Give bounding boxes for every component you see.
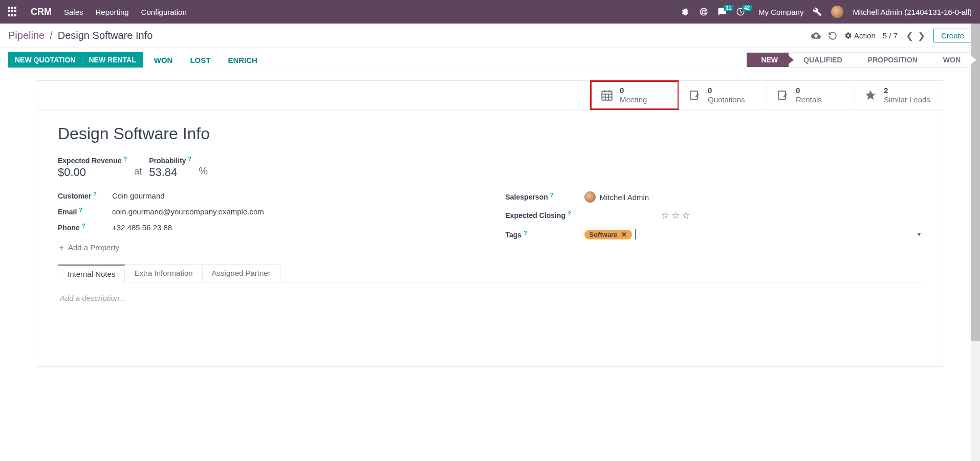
customer-value[interactable]: Coin gourmand [112,191,165,200]
percent-sign: % [199,165,208,177]
tab-pane-notes: Add a description... [58,282,922,314]
nav-reporting[interactable]: Reporting [96,8,129,16]
help-icon[interactable]: ? [524,230,527,238]
stat-quotations-label: Quotations [708,95,745,104]
tab-extra-info[interactable]: Extra Information [124,264,202,282]
priority-star-3[interactable]: ☆ [682,210,690,221]
tag-software: Software ✕ [584,230,633,239]
description-input[interactable]: Add a description... [60,294,125,302]
activities-badge: 42 [742,5,752,11]
priority-star-2[interactable]: ☆ [671,210,680,221]
right-col: Salesperson? Mitchell Admin Expected Clo… [506,191,923,252]
salesperson-avatar [584,191,596,203]
tools-icon[interactable] [813,7,822,16]
edit-note-icon [688,89,702,101]
scrollbar-thumb[interactable] [971,24,980,341]
tab-assigned-partner[interactable]: Assigned Partner [202,264,280,282]
pager-count[interactable]: 5 / 7 [883,31,898,40]
closing-label: Expected Closing [506,211,565,219]
probability-label: Probability [149,157,186,165]
probability-value[interactable]: 53.84 [149,166,191,179]
phone-value[interactable]: +32 485 56 23 88 [112,223,172,232]
help-icon[interactable]: ? [79,207,82,215]
expected-revenue-value[interactable]: $0.00 [58,166,127,179]
bug-icon[interactable] [681,7,690,16]
form-body: Design Software Info Expected Revenue ? … [37,110,943,328]
star-icon [864,89,878,101]
discard-icon[interactable] [828,31,837,40]
tag-remove-icon[interactable]: ✕ [621,231,627,238]
won-button[interactable]: WON [148,53,179,68]
stat-similar-value: 2 [884,86,930,95]
messages-icon[interactable]: 11 [717,7,727,16]
svg-rect-7 [602,91,612,100]
support-icon[interactable] [699,7,708,16]
user-menu[interactable]: Mitchell Admin (21404131-16-0-all) [853,8,972,16]
priority-star-1[interactable]: ☆ [661,210,669,221]
salesperson-value[interactable]: Mitchell Admin [600,193,649,202]
nav-right: 11 42 My Company Mitchell Admin (2140413… [681,6,972,18]
tab-internal-notes[interactable]: Internal Notes [58,265,125,282]
nav-sales[interactable]: Sales [64,8,83,16]
messages-badge: 11 [724,5,733,11]
stat-rentals-label: Rentals [796,95,822,104]
svg-line-5 [705,9,706,11]
status-bar: NEW QUOTATION NEW RENTAL WON LOST ENRICH… [0,48,980,72]
help-icon[interactable]: ? [568,210,571,218]
stat-similar[interactable]: 2 Similar Leads [855,81,943,109]
chevron-down-icon[interactable]: ▼ [916,231,922,238]
stat-quotations-value: 0 [708,86,745,95]
form-sheet: 0 Meeting 0 Quotations 0 Ren [37,80,943,367]
form-two-col: Customer? Coin gourmand Email? coin.gour… [58,191,922,252]
email-value[interactable]: coin.gourmand@yourcompany.example.com [112,207,264,216]
help-icon[interactable]: ? [188,156,192,162]
svg-rect-15 [778,91,786,99]
stat-quotations[interactable]: 0 Quotations [679,81,767,109]
customer-label: Customer [58,192,91,200]
stat-meeting-value: 0 [620,86,647,95]
action-dropdown[interactable]: Action [844,31,876,40]
new-rental-button[interactable]: NEW RENTAL [82,52,142,68]
apps-menu-icon[interactable] [8,7,18,17]
stage-won[interactable]: WON [929,52,972,68]
app-brand[interactable]: CRM [31,7,52,17]
help-icon[interactable]: ? [93,191,97,199]
stat-row: 0 Meeting 0 Quotations 0 Ren [37,81,943,110]
tags-input[interactable]: Software ✕ ▼ [584,228,923,241]
breadcrumb-parent[interactable]: Pipeline [8,30,45,41]
company-switcher[interactable]: My Company [758,8,803,16]
svg-rect-14 [690,91,698,99]
activities-icon[interactable]: 42 [736,7,745,16]
svg-line-2 [701,9,703,11]
new-quotation-button[interactable]: NEW QUOTATION [8,52,82,68]
lost-button[interactable]: LOST [184,53,216,68]
pager-prev-icon[interactable]: ❮ [905,30,914,41]
help-icon[interactable]: ? [124,156,127,162]
stat-similar-label: Similar Leads [884,95,930,104]
stage-new[interactable]: NEW [747,52,789,68]
svg-point-1 [702,10,705,13]
stage-qualified[interactable]: QUALIFIED [789,52,853,68]
help-icon[interactable]: ? [82,223,85,231]
control-actions: Action 5 / 7 ❮ ❯ Create [811,29,972,42]
at-text: at [134,166,142,177]
user-avatar[interactable] [831,6,843,18]
help-icon[interactable]: ? [550,192,554,200]
scrollbar-track[interactable] [971,24,980,375]
lead-title-input[interactable]: Design Software Info [58,124,922,143]
pager-next-icon[interactable]: ❯ [917,30,926,41]
status-buttons: NEW QUOTATION NEW RENTAL WON LOST ENRICH [8,52,264,68]
left-col: Customer? Coin gourmand Email? coin.gour… [58,191,475,252]
breadcrumb-current: Design Software Info [58,30,153,41]
stage-proposition[interactable]: PROPOSITION [854,52,929,68]
nav-configuration[interactable]: Configuration [141,8,187,16]
stat-rentals[interactable]: 0 Rentals [767,81,855,109]
svg-line-4 [701,13,703,14]
stat-meeting[interactable]: 0 Meeting [591,81,679,109]
calendar-icon [600,89,614,102]
enrich-button[interactable]: ENRICH [222,53,264,68]
add-property-button[interactable]: Add a Property [58,243,475,252]
create-button[interactable]: Create [933,29,972,42]
cloud-save-icon[interactable] [811,31,821,40]
breadcrumb-sep: / [50,30,53,41]
